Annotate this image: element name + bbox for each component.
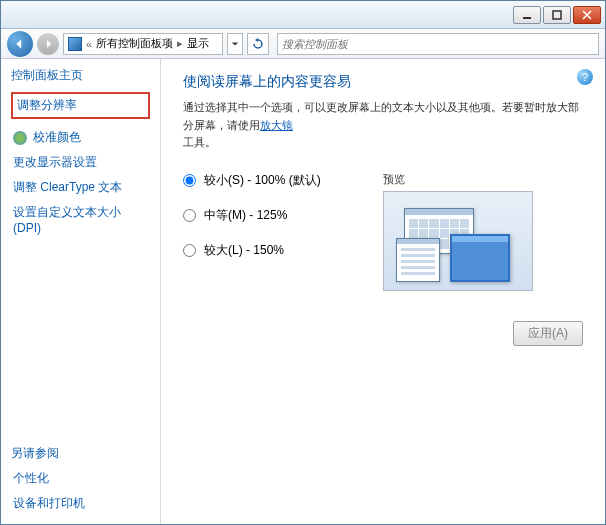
content-area: 控制面板主页 调整分辨率 校准颜色 更改显示器设置 调整 ClearType 文… xyxy=(1,59,605,524)
see-also-heading: 另请参阅 xyxy=(11,445,150,462)
radio-large[interactable] xyxy=(183,244,196,257)
breadcrumb-part[interactable]: 所有控制面板项 xyxy=(96,36,173,51)
help-icon[interactable]: ? xyxy=(577,69,593,85)
sidebar-link-personalize[interactable]: 个性化 xyxy=(11,466,150,491)
minimize-button[interactable] xyxy=(513,6,541,24)
sidebar-link-custom-dpi[interactable]: 设置自定义文本大小(DPI) xyxy=(11,200,150,239)
refresh-button[interactable] xyxy=(247,33,269,55)
nav-back-button[interactable] xyxy=(7,31,33,57)
titlebar xyxy=(1,1,605,29)
sidebar-link-display-settings[interactable]: 更改显示器设置 xyxy=(11,150,150,175)
sidebar-heading: 控制面板主页 xyxy=(11,67,150,84)
sidebar-link-calibrate-color[interactable]: 校准颜色 xyxy=(11,125,150,150)
page-title: 使阅读屏幕上的内容更容易 xyxy=(183,73,583,91)
radio-medium[interactable] xyxy=(183,209,196,222)
nav-forward-button xyxy=(37,33,59,55)
svg-rect-0 xyxy=(523,17,531,19)
breadcrumb[interactable]: « 所有控制面板项 ▸ 显示 xyxy=(63,33,223,55)
preview-image xyxy=(383,191,533,291)
radio-small[interactable] xyxy=(183,174,196,187)
control-panel-window: « 所有控制面板项 ▸ 显示 控制面板主页 调整分辨率 校准颜色 更改显示器设置… xyxy=(0,0,606,525)
chevron-right-icon: ▸ xyxy=(177,37,183,50)
sidebar-link-devices-printers[interactable]: 设备和打印机 xyxy=(11,491,150,516)
navbar: « 所有控制面板项 ▸ 显示 xyxy=(1,29,605,59)
close-button[interactable] xyxy=(573,6,601,24)
radio-option-large[interactable]: 较大(L) - 150% xyxy=(183,242,353,259)
search-box[interactable] xyxy=(277,33,599,55)
svg-rect-1 xyxy=(553,11,561,19)
chevron-right-icon: « xyxy=(86,38,92,50)
sidebar-link-resolution[interactable]: 调整分辨率 xyxy=(11,92,150,119)
breadcrumb-dropdown[interactable] xyxy=(227,33,243,55)
maximize-button[interactable] xyxy=(543,6,571,24)
control-panel-icon xyxy=(68,37,82,51)
preview-section: 预览 xyxy=(383,172,583,291)
main-panel: ? 使阅读屏幕上的内容更容易 通过选择其中一个选项，可以更改屏幕上的文本大小以及… xyxy=(161,59,605,524)
magnifier-link[interactable]: 放大镜 xyxy=(260,119,293,131)
preview-label: 预览 xyxy=(383,172,583,187)
page-description: 通过选择其中一个选项，可以更改屏幕上的文本大小以及其他项。若要暂时放大部分屏幕，… xyxy=(183,99,583,152)
breadcrumb-part[interactable]: 显示 xyxy=(187,36,209,51)
sidebar-link-cleartype[interactable]: 调整 ClearType 文本 xyxy=(11,175,150,200)
apply-button: 应用(A) xyxy=(513,321,583,346)
scale-options: 较小(S) - 100% (默认) 中等(M) - 125% 较大(L) - 1… xyxy=(183,172,353,291)
sidebar: 控制面板主页 调整分辨率 校准颜色 更改显示器设置 调整 ClearType 文… xyxy=(1,59,161,524)
search-input[interactable] xyxy=(282,38,594,50)
radio-option-medium[interactable]: 中等(M) - 125% xyxy=(183,207,353,224)
sidebar-footer: 另请参阅 个性化 设备和打印机 xyxy=(11,445,150,516)
radio-option-small[interactable]: 较小(S) - 100% (默认) xyxy=(183,172,353,189)
